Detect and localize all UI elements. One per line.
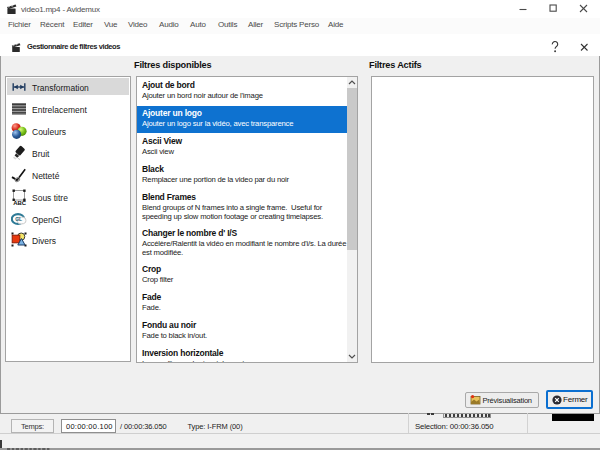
svg-text:GL: GL [15,216,22,222]
svg-text:ABC: ABC [13,200,27,205]
